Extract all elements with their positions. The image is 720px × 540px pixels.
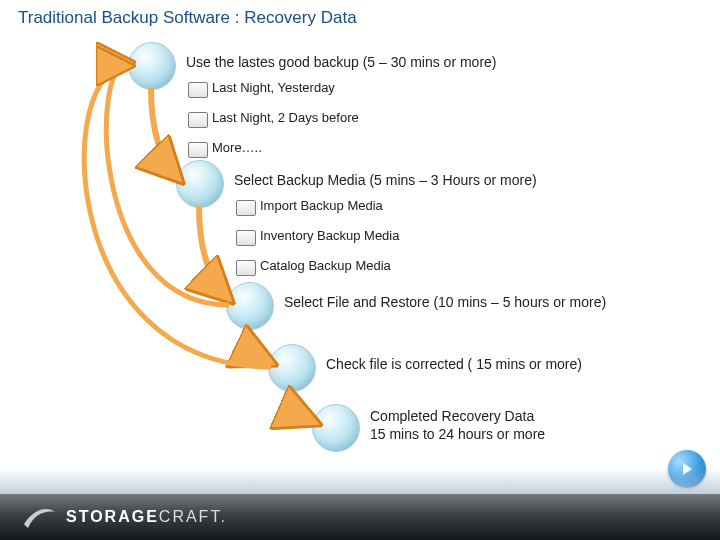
step-2-sub-2: Inventory Backup Media [260,228,399,243]
step-5-label: Completed Recovery Data [370,408,534,424]
brand-text-1: STORAGE [66,508,159,525]
brand-text-2: CRAFT [159,508,221,525]
step-5-node [312,404,360,452]
footer-gradient [0,468,720,494]
step-1-label: Use the lastes good backup (5 – 30 mins … [186,54,497,70]
footer-bar: STORAGECRAFT. [0,494,720,540]
step-2-sub-1: Import Backup Media [260,198,383,213]
svg-point-0 [25,522,29,526]
step-3-label: Select File and Restore (10 mins – 5 hou… [284,294,606,310]
brand-dot: . [220,508,226,525]
step-3-node [226,282,274,330]
step-2-label: Select Backup Media (5 mins – 3 Hours or… [234,172,537,188]
step-4-node [268,344,316,392]
checkbox-icon [188,142,208,158]
page-title: Traditional Backup Software : Recovery D… [18,8,357,28]
checkbox-icon [236,260,256,276]
brand-logo: STORAGECRAFT. [22,504,227,530]
step-2-sub-3: Catalog Backup Media [260,258,391,273]
step-1-node [128,42,176,90]
step-1-sub-2: Last Night, 2 Days before [212,110,359,125]
checkbox-icon [236,230,256,246]
brand-swoosh-icon [22,504,56,530]
step-2-node [176,160,224,208]
step-5-sub: 15 mins to 24 hours or more [370,426,545,442]
step-4-label: Check file is corrected ( 15 mins or mor… [326,356,582,372]
step-1-sub-3: More….. [212,140,262,155]
checkbox-icon [236,200,256,216]
step-1-sub-1: Last Night, Yesterday [212,80,335,95]
checkbox-icon [188,112,208,128]
checkbox-icon [188,82,208,98]
